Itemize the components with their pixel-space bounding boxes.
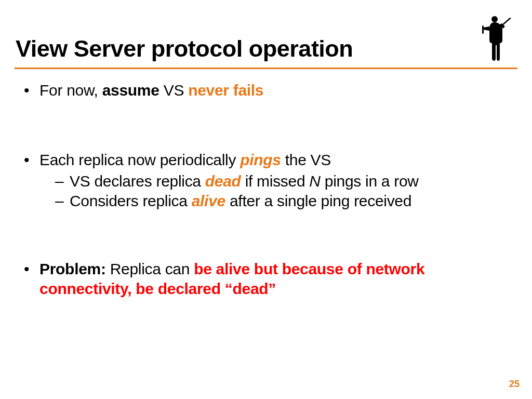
sub-bullet-2: Considers replica alive after a single p…: [55, 191, 511, 211]
text: pings in a row: [321, 172, 419, 190]
text-bold: Problem:: [39, 260, 106, 277]
sub-list: VS declares replica dead if missed N pin…: [39, 171, 511, 211]
text-orange-bold-italic: dead: [205, 172, 241, 190]
text: VS declares replica: [70, 172, 205, 190]
conductor-icon: [479, 14, 511, 61]
text-bold: assume: [102, 82, 159, 99]
slide: View Server protocol operation For now, …: [0, 0, 532, 399]
text: VS: [159, 82, 189, 99]
text: if missed: [241, 172, 310, 190]
svg-point-0: [491, 16, 498, 22]
page-number: 25: [509, 379, 520, 390]
title-rule: [15, 68, 517, 69]
text-orange-bold-italic: alive: [192, 192, 225, 209]
text: Considers replica: [70, 192, 192, 209]
slide-title: View Server protocol operation: [16, 36, 353, 61]
text: the VS: [281, 151, 331, 168]
text-orange-bold: never fails: [188, 82, 263, 99]
text: Replica can: [106, 260, 194, 277]
sub-bullet-1: VS declares replica dead if missed N pin…: [55, 171, 511, 191]
text: after a single ping received: [225, 192, 411, 209]
spacer: [22, 100, 511, 150]
spacer: [22, 211, 511, 259]
text: For now,: [39, 82, 102, 99]
slide-body: For now, assume VS never fails Each repl…: [22, 81, 511, 299]
bullet-1: For now, assume VS never fails: [22, 81, 511, 100]
bullet-2: Each replica now periodically pings the …: [22, 150, 511, 211]
text-orange-bold-italic: pings: [240, 151, 281, 168]
bullet-list: For now, assume VS never fails Each repl…: [22, 81, 511, 299]
title-row: View Server protocol operation: [16, 36, 516, 61]
text-italic: N: [309, 172, 320, 190]
bullet-3: Problem: Replica can be alive but becaus…: [22, 259, 511, 299]
text: Each replica now periodically: [39, 151, 240, 168]
